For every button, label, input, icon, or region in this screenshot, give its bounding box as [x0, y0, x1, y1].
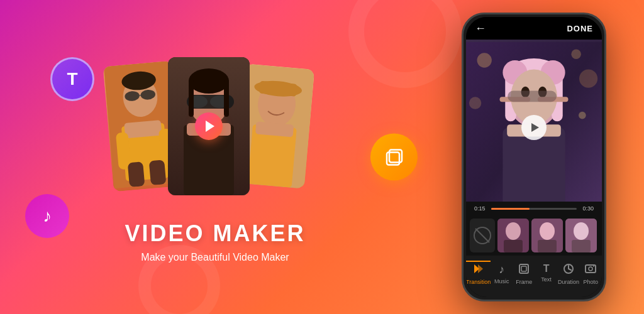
svg-rect-19 [189, 79, 194, 117]
duration-label: Duration [558, 279, 579, 285]
total-time: 0:30 [582, 205, 594, 212]
copy-icon [383, 146, 406, 168]
svg-marker-63 [478, 264, 483, 273]
phone-top-bar: ← DONE [466, 17, 602, 40]
no-entry-icon [473, 226, 492, 245]
toolbar-item-duration[interactable]: Duration [557, 261, 579, 285]
svg-point-60 [574, 222, 589, 240]
photo-collage [108, 51, 322, 202]
thumbnail-1[interactable] [497, 219, 529, 252]
toolbar-item-frame[interactable]: Frame [513, 261, 535, 285]
transition-svg-icon [473, 263, 484, 274]
text-label: Text [541, 276, 552, 283]
text-toolbar-icon: T [543, 263, 550, 274]
main-content: T ♪ [0, 0, 644, 314]
frame-toolbar-icon [518, 263, 530, 277]
thumb3-svg [565, 219, 597, 252]
toolbar-item-transition[interactable]: Transition [466, 261, 491, 285]
left-section: T ♪ [0, 38, 430, 276]
photo-svg-icon [585, 263, 596, 274]
toolbar-item-text[interactable]: T Text [535, 261, 557, 283]
svg-point-36 [579, 112, 586, 119]
svg-rect-49 [502, 127, 565, 213]
done-button[interactable]: DONE [567, 24, 593, 33]
phone-screen: ← DONE [466, 17, 602, 297]
back-button[interactable]: ← [475, 22, 486, 35]
thumbnails-strip [466, 215, 602, 256]
copy-icon-circle[interactable] [370, 134, 418, 181]
video-play-button[interactable] [521, 115, 547, 140]
svg-point-35 [469, 97, 481, 109]
svg-rect-20 [224, 79, 229, 117]
play-triangle-icon [206, 121, 214, 132]
svg-point-71 [593, 266, 594, 267]
active-indicator [466, 261, 491, 262]
current-time: 0:15 [474, 205, 486, 212]
video-play-icon [531, 123, 539, 132]
svg-rect-48 [508, 91, 557, 102]
music-toolbar-icon: ♪ [499, 263, 504, 276]
photo-card-center [168, 57, 250, 195]
svg-rect-65 [521, 266, 526, 271]
svg-point-32 [477, 53, 492, 67]
svg-rect-7 [149, 160, 167, 185]
svg-rect-64 [519, 264, 528, 273]
timeline-track[interactable] [491, 208, 577, 210]
svg-point-33 [571, 49, 581, 59]
music-icon: ♪ [43, 206, 52, 226]
app-title: VIDEO MAKER [125, 220, 305, 247]
no-entry-thumb[interactable] [470, 219, 495, 252]
play-button[interactable] [195, 112, 223, 140]
svg-point-34 [579, 70, 597, 88]
app-subtitle: Make your Beautiful Video Maker [125, 252, 305, 263]
transition-label: Transition [466, 279, 491, 285]
photo-label: Photo [584, 279, 599, 285]
video-area: 0:15 0:30 [466, 40, 602, 215]
phone-frame: ← DONE [462, 13, 606, 301]
thumb1-svg [497, 219, 529, 252]
video-girl [466, 40, 602, 215]
svg-point-70 [589, 267, 592, 271]
timeline-bar: 0:15 0:30 [466, 202, 602, 215]
svg-rect-3 [124, 120, 162, 138]
thumbnail-3[interactable] [565, 219, 597, 252]
duration-toolbar-icon [563, 263, 574, 277]
photo-toolbar-icon [585, 263, 596, 277]
frame-svg-icon [518, 263, 530, 274]
text-icon-circle[interactable]: T [50, 57, 94, 101]
svg-line-68 [569, 269, 571, 270]
svg-point-18 [189, 68, 229, 94]
svg-rect-61 [572, 240, 591, 252]
text-icon: T [67, 69, 77, 89]
duration-svg-icon [563, 263, 574, 274]
svg-rect-55 [504, 240, 523, 252]
bottom-toolbar: Transition ♪ Music [466, 256, 602, 297]
timeline-progress [491, 208, 530, 210]
thumbnail-2[interactable] [531, 219, 563, 252]
svg-line-52 [475, 229, 489, 242]
svg-rect-6 [128, 161, 145, 187]
thumb2-svg [531, 219, 563, 252]
frame-label: Frame [516, 279, 532, 285]
music-label: Music [494, 278, 509, 284]
music-icon-circle[interactable]: ♪ [25, 194, 69, 238]
text-section: VIDEO MAKER Make your Beautiful Video Ma… [125, 220, 305, 263]
transition-icon [473, 263, 484, 277]
svg-rect-58 [538, 240, 557, 252]
toolbar-item-photo[interactable]: Photo [580, 261, 602, 285]
svg-point-57 [540, 222, 555, 240]
phone-section: ← DONE [430, 0, 644, 314]
svg-point-54 [506, 222, 521, 240]
toolbar-item-music[interactable]: ♪ Music [491, 261, 513, 284]
